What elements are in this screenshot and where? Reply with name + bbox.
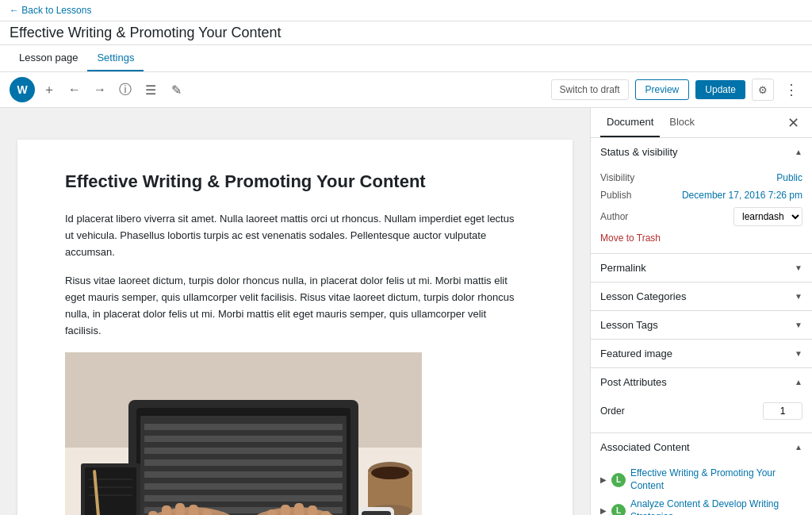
- permalink-header[interactable]: Permalink ▼: [591, 254, 812, 282]
- permalink-section: Permalink ▼: [591, 254, 812, 282]
- assoc-chevron-1[interactable]: ▶: [600, 506, 607, 515]
- assoc-link-1[interactable]: Analyze Content & Develop Writing Strate…: [630, 498, 802, 515]
- lesson-tags-title: Lesson Tags: [600, 319, 658, 331]
- assoc-link-0[interactable]: Effective Writing & Promoting Your Conte…: [630, 467, 802, 492]
- associated-content-header[interactable]: Associated Content ▲: [591, 433, 812, 461]
- publish-value[interactable]: December 17, 2016 7:26 pm: [682, 190, 802, 201]
- svg-rect-19: [189, 505, 198, 515]
- associated-content-section: Associated Content ▲ ▶ L Effective Writi…: [591, 433, 812, 515]
- svg-point-36: [371, 467, 409, 479]
- info-button[interactable]: ⓘ: [114, 79, 136, 101]
- svg-rect-8: [144, 459, 343, 466]
- editor-image: [65, 352, 525, 515]
- order-input[interactable]: [763, 402, 802, 420]
- status-visibility-header[interactable]: Status & visibility ▲: [591, 138, 812, 166]
- publish-label: Publish: [600, 190, 631, 201]
- add-block-button[interactable]: ＋: [38, 79, 60, 101]
- tab-lesson-page[interactable]: Lesson page: [10, 45, 87, 71]
- author-select[interactable]: learndash: [733, 207, 802, 226]
- back-to-lessons-link[interactable]: ← Back to Lessons: [10, 5, 91, 16]
- editor-content: Effective Writing & Promoting Your Conte…: [17, 140, 573, 515]
- post-image: [65, 352, 422, 515]
- sidebar-tab-document[interactable]: Document: [600, 108, 660, 137]
- svg-rect-23: [294, 503, 304, 515]
- page-title: Effective Writing & Promoting Your Conte…: [10, 25, 282, 41]
- order-row: Order: [600, 399, 802, 423]
- svg-rect-6: [144, 436, 343, 442]
- associated-item-1: ▶ L Analyze Content & Develop Writing St…: [600, 495, 802, 515]
- lesson-categories-section: Lesson Categories ▼: [591, 282, 812, 311]
- sidebar-close-button[interactable]: ✕: [783, 113, 802, 133]
- post-attributes-content: Order: [591, 396, 812, 432]
- featured-image-header[interactable]: Featured image ▼: [591, 340, 812, 367]
- lesson-categories-title: Lesson Categories: [600, 290, 686, 302]
- associated-content-chevron-up: ▲: [795, 443, 802, 452]
- editor-body: Id placerat libero viverra sit amet. Nul…: [65, 211, 525, 515]
- svg-rect-38: [362, 511, 391, 515]
- assoc-badge-0: L: [611, 473, 626, 487]
- svg-rect-17: [162, 505, 171, 515]
- undo-button[interactable]: ←: [63, 79, 86, 101]
- wp-logo: W: [10, 77, 35, 102]
- editor-area: Effective Writing & Promoting Your Conte…: [0, 108, 590, 515]
- visibility-label: Visibility: [600, 172, 634, 183]
- featured-image-title: Featured image: [600, 348, 672, 359]
- visibility-value[interactable]: Public: [776, 172, 802, 183]
- order-label: Order: [600, 405, 625, 417]
- editor-toolbar: W ＋ ← → ⓘ ☰ ✎ Switch to draft Preview Up…: [0, 72, 812, 108]
- lesson-tags-header[interactable]: Lesson Tags ▼: [591, 311, 812, 339]
- permalink-title: Permalink: [600, 262, 646, 274]
- top-bar: ← Back to Lessons: [0, 0, 812, 21]
- post-attributes-section: Post Attributes ▲ Order: [591, 368, 812, 433]
- page-title-bar: Effective Writing & Promoting Your Conte…: [0, 21, 812, 45]
- associated-content-content: ▶ L Effective Writing & Promoting Your C…: [591, 461, 812, 515]
- edit-button[interactable]: ✎: [165, 79, 187, 101]
- svg-rect-9: [144, 471, 343, 478]
- post-title: Effective Writing & Promoting Your Conte…: [65, 171, 525, 192]
- status-visibility-chevron-up: ▲: [795, 148, 802, 156]
- svg-rect-11: [144, 495, 343, 502]
- author-label: Author: [600, 211, 628, 222]
- tab-settings[interactable]: Settings: [87, 45, 144, 71]
- status-visibility-section: Status & visibility ▲ Visibility Public …: [591, 138, 812, 254]
- preview-button[interactable]: Preview: [635, 79, 690, 100]
- list-view-button[interactable]: ☰: [140, 79, 162, 101]
- permalink-chevron: ▼: [795, 263, 802, 272]
- lesson-categories-header[interactable]: Lesson Categories ▼: [591, 282, 812, 310]
- post-attributes-title: Post Attributes: [600, 376, 667, 388]
- post-attributes-chevron-up: ▲: [795, 378, 802, 386]
- associated-item-0: ▶ L Effective Writing & Promoting Your C…: [600, 464, 802, 495]
- paragraph-2: Risus vitae laoreet dictum, turpis dolor…: [65, 273, 525, 339]
- toolbar-right: Switch to draft Preview Update ⚙ ⋮: [551, 79, 802, 101]
- sidebar-tab-block[interactable]: Block: [663, 108, 701, 137]
- publish-row: Publish December 17, 2016 7:26 pm: [600, 186, 802, 204]
- move-to-trash-link[interactable]: Move to Trash: [600, 233, 802, 244]
- svg-rect-18: [175, 503, 185, 515]
- svg-rect-28: [85, 467, 136, 515]
- assoc-chevron-0[interactable]: ▶: [600, 475, 607, 484]
- main-layout: Effective Writing & Promoting Your Conte…: [0, 108, 812, 515]
- switch-to-draft-button[interactable]: Switch to draft: [551, 79, 629, 100]
- sidebar: Document Block ✕ Status & visibility ▲ V…: [590, 108, 812, 515]
- post-image-svg: [65, 352, 422, 515]
- svg-rect-10: [144, 483, 343, 490]
- featured-image-section: Featured image ▼: [591, 340, 812, 368]
- settings-gear-button[interactable]: ⚙: [752, 79, 774, 101]
- redo-button[interactable]: →: [89, 79, 111, 101]
- status-visibility-content: Visibility Public Publish December 17, 2…: [591, 166, 812, 253]
- more-options-button[interactable]: ⋮: [780, 79, 802, 101]
- sidebar-header: Document Block ✕: [591, 108, 812, 138]
- svg-rect-22: [281, 505, 290, 515]
- svg-rect-5: [144, 424, 343, 430]
- svg-rect-7: [144, 448, 343, 454]
- featured-image-chevron: ▼: [795, 349, 802, 358]
- author-row: Author learndash: [600, 204, 802, 229]
- lesson-tags-chevron: ▼: [795, 321, 802, 329]
- update-button[interactable]: Update: [695, 80, 745, 99]
- visibility-row: Visibility Public: [600, 169, 802, 186]
- post-attributes-header[interactable]: Post Attributes ▲: [591, 368, 812, 396]
- page-tab-bar: Lesson page Settings: [0, 45, 812, 72]
- lesson-categories-chevron: ▼: [795, 292, 802, 301]
- associated-content-title: Associated Content: [600, 441, 690, 453]
- svg-rect-24: [308, 505, 317, 515]
